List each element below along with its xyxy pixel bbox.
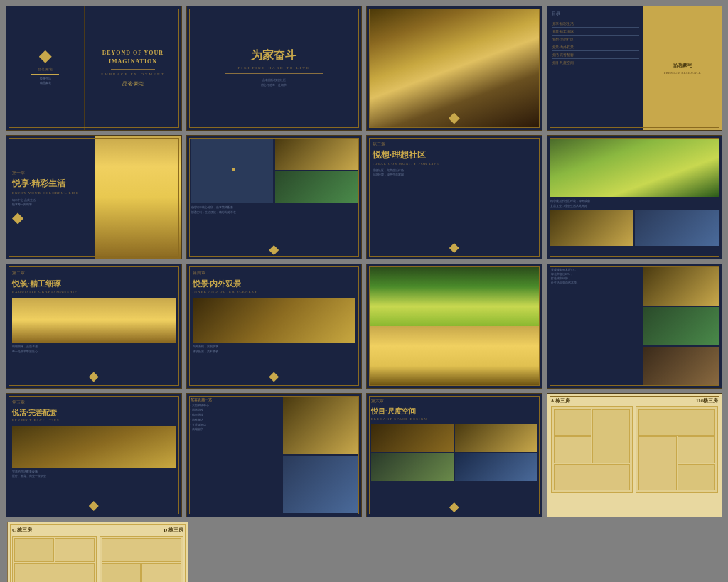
embrace-text: EMBRACE ENJOYMENT bbox=[101, 72, 164, 76]
brand-details: 悦享生活精品豪宅 bbox=[40, 77, 51, 86]
page-card-6: 地处城市核心地段，坐享繁华配套交通便利，生活便捷，精彩无处不在 bbox=[186, 135, 363, 260]
index-item-5: 悦活·完善配套 bbox=[552, 51, 639, 59]
fp-c-title: C 栋三房 bbox=[12, 527, 32, 534]
badge-3 bbox=[449, 243, 459, 253]
ch2-desc: 精雕细琢，品质卓越每一处细节彰显匠心 bbox=[12, 345, 176, 354]
room-4 bbox=[554, 464, 631, 491]
fp-c-room1 bbox=[14, 538, 54, 562]
slogan-cn: 为家奋斗 bbox=[251, 48, 296, 63]
ch4-label: 第四章 bbox=[193, 270, 356, 276]
fp-c-room3 bbox=[14, 563, 95, 582]
ch2-en: EXQUISITE CRAFTSMANSHIP bbox=[12, 290, 176, 293]
room-b3 bbox=[678, 436, 715, 463]
map-photo bbox=[191, 139, 273, 203]
index-item-6: 悦目·尺度空间 bbox=[552, 59, 639, 66]
ch1-text: 地处城市核心地段，坐享繁华配套交通便利，生活便捷，精彩无处不在 bbox=[191, 205, 358, 215]
ch1-label: 第一章 bbox=[12, 170, 90, 176]
fp-a-title: A 栋三房 bbox=[551, 397, 570, 404]
small-photo-a bbox=[550, 210, 634, 246]
ch1-title: 悦享·精彩生活 bbox=[12, 178, 90, 190]
building-render bbox=[369, 326, 540, 386]
ch5-title: 悦活·完善配套 bbox=[12, 408, 176, 417]
fp-d-room1 bbox=[102, 538, 182, 562]
fp-d-title: D 栋三房 bbox=[164, 527, 183, 534]
ch4-title: 悦景·内外双景 bbox=[193, 279, 356, 289]
side-photo-3 bbox=[643, 347, 719, 386]
floor-plan-b bbox=[636, 406, 718, 494]
side-photo-2 bbox=[643, 307, 719, 346]
ch4-desc: 内外兼顾，景观双享移步换景，美不胜收 bbox=[193, 345, 356, 354]
ch3-en: IDEAL COMMUNITY FOR LIFE bbox=[373, 162, 536, 166]
ch6-label: 第六章 bbox=[371, 398, 537, 404]
ch5-label: 第五章 bbox=[12, 399, 176, 406]
page-card-5: 第一章 悦享·精彩生活 ENJOY YOUR COLORFUL LIFE 城市中… bbox=[6, 135, 182, 260]
ch3-desc: 理想社区，完美生活体验人居环境，绿色生态家园 bbox=[373, 168, 536, 178]
map-pin bbox=[232, 168, 235, 171]
room-2 bbox=[592, 409, 630, 463]
ch1-badge bbox=[12, 212, 23, 224]
slogan-desc: 品茗国际·悦想社区用心打造每一处细节 bbox=[261, 77, 287, 87]
page-card-2: 为家奋斗 FIGHTING HARD TO LIVE 品茗国际·悦想社区用心打造… bbox=[186, 6, 363, 131]
ch4-text: 景观规划独具匠心，绿化率超过40%，打造城市绿肺，让生活回归自然本质。 bbox=[551, 268, 640, 285]
page-card-4: 目录 悦享·精彩生活 悦筑·精工细琢 悦想·理想社区 悦景·内外双景 悦活·完善… bbox=[547, 6, 723, 131]
fp-11-title: 11#楼三房 bbox=[696, 397, 718, 404]
floor-plan-a bbox=[551, 406, 633, 494]
page-card-7: 第三章 悦想·理想社区 IDEAL COMMUNITY FOR LIFE 理想社… bbox=[366, 135, 542, 260]
ch3-label: 第三章 bbox=[373, 141, 536, 148]
page-card-14: 配套设施一览 · 大型购物中心 · 国际学校 · 综合医院 · 地铁直达 · 五… bbox=[186, 393, 363, 518]
page-card-15: 第六章 悦目·尺度空间 ELEGANT SPACE DESIGN bbox=[366, 393, 542, 518]
page-card-13: 第五章 悦活·完善配套 PERFECT FACILITIES 完善的生活配套设施… bbox=[6, 393, 182, 518]
small-photo-b bbox=[635, 210, 719, 246]
page-card-11 bbox=[366, 264, 542, 389]
ch5-desc: 完善的生活配套设施医疗、教育、商业一应俱全 bbox=[12, 470, 176, 478]
fp-d-plan bbox=[100, 536, 184, 582]
page-card-1: 品茗·豪宅 悦享生活精品豪宅 BEYOND OF YOURIMAGINATION… bbox=[6, 6, 182, 131]
brand-cn: 品茗·豪宅 bbox=[122, 80, 144, 87]
ch2-photo bbox=[12, 298, 176, 343]
space-photo-1 bbox=[371, 424, 454, 452]
space-photo-4 bbox=[455, 453, 537, 481]
community-photo bbox=[550, 139, 719, 198]
room-b2 bbox=[638, 436, 676, 490]
floor-plan-cd-card: C 栋三房 D 栋三房 bbox=[7, 522, 188, 582]
badge-6 bbox=[449, 502, 459, 512]
side-photo-1 bbox=[643, 266, 719, 306]
page-card-10: 第四章 悦景·内外双景 INNER AND OUTER SCENERY 内外兼顾… bbox=[186, 264, 363, 389]
community-text: 精心规划的社区环境，绿树成荫宜居宜业，理想生活从此开始 bbox=[550, 199, 719, 208]
badge-2 bbox=[89, 372, 99, 382]
ch6-en: ELEGANT SPACE DESIGN bbox=[371, 417, 537, 421]
index-item-2: 悦筑·精工细琢 bbox=[552, 28, 639, 36]
ch5-photo bbox=[12, 426, 176, 468]
facilities-header: 配套设施一览 bbox=[191, 397, 280, 402]
small-photo-1 bbox=[275, 139, 358, 171]
badge-5 bbox=[89, 501, 99, 511]
index-item-3: 悦想·理想社区 bbox=[552, 36, 639, 43]
facility-photo-2 bbox=[283, 456, 358, 513]
page-card-16: A 栋三房 11#楼三房 bbox=[547, 393, 723, 518]
ch1-desc: 城市中心 品质生活悦享每一刻精彩 bbox=[12, 198, 90, 208]
page-card-3 bbox=[366, 6, 542, 131]
ch6-title: 悦目·尺度空间 bbox=[371, 406, 537, 416]
bottom-spacer bbox=[193, 522, 721, 582]
ch2-label: 第二章 bbox=[12, 270, 176, 276]
fp-c-plan bbox=[12, 536, 97, 582]
slogan-en: FIGHTING HARD TO LIVE bbox=[238, 66, 310, 70]
index-title: 目录 bbox=[552, 11, 639, 17]
page-card-9: 第二章 悦筑·精工细琢 EXQUISITE CRAFTSMANSHIP 精雕细琢… bbox=[6, 264, 182, 389]
index-item-4: 悦景·内外双景 bbox=[552, 43, 639, 51]
main-title: BEYOND OF YOURIMAGINATION bbox=[102, 49, 164, 66]
room-b4 bbox=[678, 464, 715, 491]
ch2-title: 悦筑·精工细琢 bbox=[12, 279, 176, 289]
page-card-8: 精心规划的社区环境，绿树成荫宜居宜业，理想生活从此开始 bbox=[547, 135, 723, 260]
index-item-1: 悦享·精彩生活 bbox=[552, 20, 639, 28]
main-container: 品茗·豪宅 悦享生活精品豪宅 BEYOND OF YOURIMAGINATION… bbox=[0, 0, 728, 582]
space-photo-2 bbox=[455, 424, 537, 452]
space-photo-3 bbox=[371, 453, 454, 481]
small-photo-2 bbox=[275, 171, 358, 203]
badge-4 bbox=[269, 372, 279, 382]
badge-1 bbox=[269, 245, 279, 255]
page-card-12: 景观规划独具匠心，绿化率超过40%，打造城市绿肺，让生活回归自然本质。 bbox=[547, 264, 723, 389]
room-b1 bbox=[638, 409, 715, 436]
ch1-en: ENJOY YOUR COLORFUL LIFE bbox=[12, 191, 90, 195]
brand-tagline: 品茗·豪宅 bbox=[38, 67, 53, 72]
